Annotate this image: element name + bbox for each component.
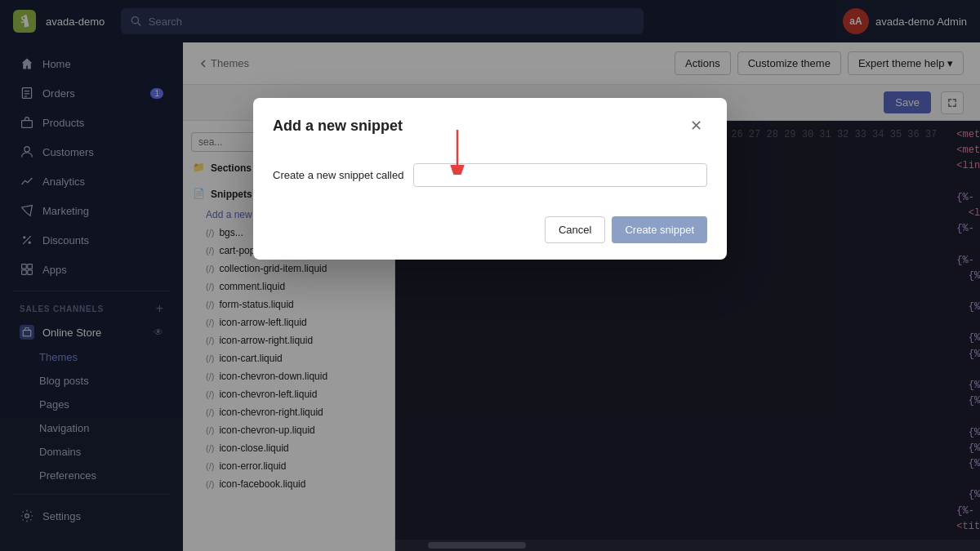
- modal-header: Add a new snippet ✕: [253, 98, 727, 150]
- modal-close-button[interactable]: ✕: [684, 114, 707, 137]
- red-arrow: [433, 126, 482, 175]
- modal-overlay[interactable]: Add a new snippet ✕ Create a new snippet…: [0, 0, 980, 551]
- snippet-name-label: Create a new snippet called: [273, 169, 403, 181]
- add-snippet-modal: Add a new snippet ✕ Create a new snippet…: [253, 98, 727, 260]
- modal-body: Create a new snippet called: [253, 150, 727, 207]
- modal-footer: Cancel Create snippet: [253, 207, 727, 260]
- modal-title: Add a new snippet: [273, 118, 403, 135]
- create-snippet-button[interactable]: Create snippet: [612, 216, 707, 243]
- cancel-button[interactable]: Cancel: [545, 216, 605, 243]
